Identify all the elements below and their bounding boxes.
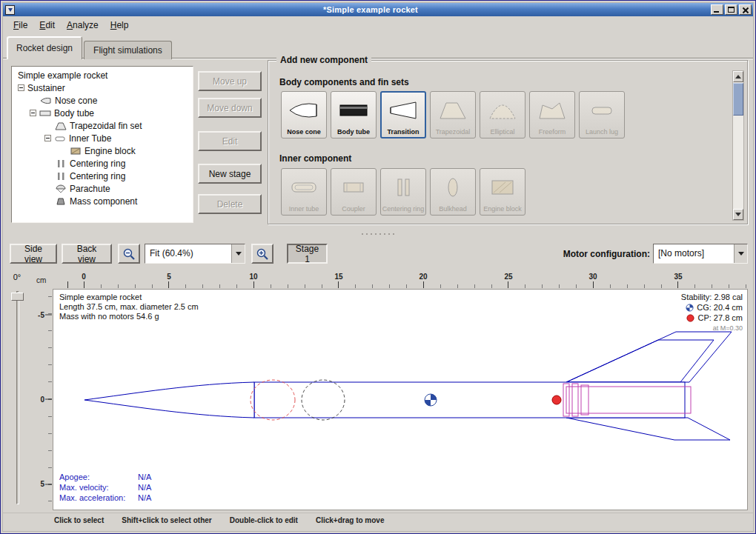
edit-button[interactable]: Edit [198,131,262,151]
tree-item-fin-set[interactable]: Trapezoidal fin set [13,119,193,132]
add-body-tube-button[interactable]: Body tube [331,91,377,138]
tree-item-engine-block[interactable]: Engine block [13,144,193,157]
h-tick-label: 15 [334,273,342,281]
rocket-mass: Mass with no motors 54.6 g [59,312,199,321]
add-elliptical-fin-button[interactable]: Elliptical [480,91,525,138]
add-engine-block-button[interactable]: Engine block [480,168,525,216]
nose-cone-icon [288,92,320,128]
stage-1-toggle[interactable]: Stage 1 [287,244,328,264]
back-view-button[interactable]: Back view [62,244,112,264]
nose-cone-icon [40,96,52,105]
cg-marker-icon [425,394,437,406]
delete-button[interactable]: Delete [198,194,262,214]
add-centering-ring-button[interactable]: Centering ring [380,168,426,216]
scroll-down-button[interactable] [733,209,743,220]
bulkhead-icon [437,169,469,205]
menu-analyze[interactable]: Analyze [61,18,105,33]
menu-edit[interactable]: Edit [33,18,61,33]
add-trapezoidal-fin-button[interactable]: Trapezoidal [430,91,476,138]
rotation-slider-handle[interactable] [11,293,24,301]
max-acceleration-value: N/A [138,493,151,502]
stability-info: Stability: 2.98 cal CG: 20.4 cm CP: 27.8… [681,292,743,333]
transition-icon [387,93,420,128]
tree-item-nose-cone[interactable]: Nose cone [13,94,193,107]
hint-click-select: Click to select [54,516,104,524]
inner-tube-icon [54,134,66,143]
mach-condition: at M=0.30 [681,323,743,333]
cg-value: CG: 20.4 cm [697,302,743,313]
freeform-fin-icon [536,92,568,128]
tree-item-mass-component[interactable]: Mass component [13,195,193,207]
add-transition-button[interactable]: Transition [380,91,426,138]
zoom-out-button[interactable] [118,244,140,264]
trapezoidal-fin[interactable] [566,332,732,382]
add-coupler-button[interactable]: Coupler [331,168,377,216]
chevron-down-icon [738,252,744,256]
motor-configuration-select[interactable]: [No motors] [653,244,748,264]
zoom-value: Fit (60.4%) [145,244,231,263]
add-freeform-fin-button[interactable]: Freeform [529,91,575,138]
dropdown-button[interactable] [231,244,245,263]
scrollbar-thumb[interactable] [733,83,743,116]
zoom-select[interactable]: Fit (60.4%) [145,244,245,264]
add-bulkhead-button[interactable]: Bulkhead [430,168,476,216]
close-button[interactable] [739,4,752,15]
add-nose-cone-button[interactable]: Nose cone [281,91,327,138]
tab-strip: Rocket design Flight simulations [7,36,173,59]
main-window: *Simple example rocket File Edit Analyze… [0,0,756,534]
tree-item-centering-ring-2[interactable]: Centering ring [13,170,193,182]
tab-flight-simulations[interactable]: Flight simulations [84,41,172,59]
v-tick-label: 0 [40,396,44,404]
tree-expander-icon[interactable] [18,84,24,91]
lower-fin[interactable] [566,418,730,440]
max-velocity-label: Max. velocity: [59,483,138,492]
h-tick-label: 5 [167,273,171,281]
rotation-slider-track[interactable] [16,291,19,504]
component-panel-scrollbar[interactable] [732,70,744,221]
parachute-icon [55,184,67,193]
status-divider [3,513,753,513]
rocket-view-canvas[interactable]: Simple example rocket Length 37.5 cm, ma… [53,289,748,510]
tree-expander-icon[interactable] [44,135,51,141]
tree-item-centering-ring-1[interactable]: Centering ring [13,157,193,170]
fin-projection[interactable] [566,340,714,382]
centering-ring-icon [55,159,67,168]
max-acceleration-label: Max. acceleration: [59,493,138,502]
menu-bar: File Edit Analyze Help [3,16,753,33]
zoom-in-button[interactable] [251,244,273,264]
tree-item-sustainer[interactable]: Sustainer [13,81,193,94]
new-stage-button[interactable]: New stage [198,164,262,184]
tree-item-inner-tube[interactable]: Inner Tube [13,132,193,144]
h-tick-label: 25 [504,273,512,281]
dropdown-button[interactable] [734,244,747,263]
tree-expander-icon[interactable] [30,110,36,116]
apogee-label: Apogee: [59,473,138,481]
tree-item-rocket[interactable]: Simple example rocket [13,69,193,81]
close-icon [740,5,751,14]
arrow-up-icon [735,75,741,79]
side-view-button[interactable]: Side view [10,244,57,264]
menu-file[interactable]: File [7,18,33,33]
add-launch-lug-button[interactable]: Launch lug [579,91,625,138]
status-bar: Click to select Shift+click to select ot… [54,516,384,524]
app-icon[interactable] [5,5,15,15]
tree-item-body-tube[interactable]: Body tube [13,107,193,119]
tree-item-parachute[interactable]: Parachute [13,182,193,195]
move-up-button[interactable]: Move up [198,71,262,91]
minimize-button[interactable] [711,4,723,15]
body-components-label: Body components and fin sets [279,77,409,87]
menu-help[interactable]: Help [105,18,135,33]
tab-rocket-design[interactable]: Rocket design [7,36,82,59]
scroll-up-button[interactable] [733,71,743,82]
zoom-out-icon [122,247,136,261]
add-inner-tube-button[interactable]: Inner tube [281,168,327,216]
launch-lug-icon [586,92,618,128]
maximize-button[interactable] [725,4,737,15]
panel-splitter[interactable] [1,230,755,237]
body-tube[interactable] [254,382,685,418]
ruler-unit-label: cm [36,276,46,284]
move-down-button[interactable]: Move down [198,98,262,118]
rocket-drawing [53,290,747,510]
trapezoidal-fin-icon [437,92,469,128]
nose-cone[interactable] [84,382,254,418]
